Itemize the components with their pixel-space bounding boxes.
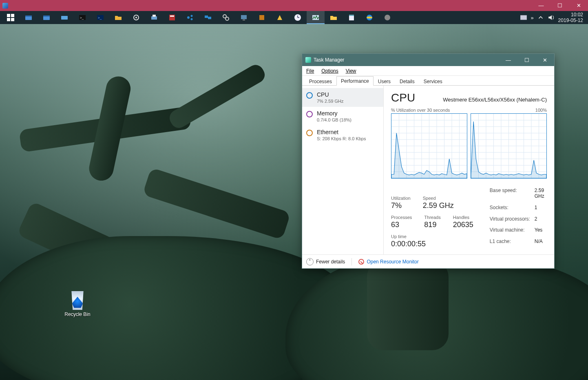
ethernet-ring-icon	[306, 130, 313, 136]
taskbar-task-manager-button[interactable]	[307, 11, 325, 24]
taskbar-services-icon[interactable]	[217, 11, 235, 24]
handles-label: Handles	[453, 215, 473, 220]
start-button[interactable]	[2, 11, 20, 24]
host-close-button[interactable]: ✕	[569, 0, 588, 11]
cpu-properties: Base speed:2.59 GHz Sockets:1 Virtual pr…	[490, 188, 547, 248]
taskbar-notepad-icon[interactable]	[343, 11, 360, 24]
taskbar-app-2[interactable]	[38, 11, 55, 24]
taskbar-clock[interactable]: 10:02 2019-05-12	[558, 12, 583, 23]
l1cache-value: N/A	[535, 239, 547, 248]
svg-rect-5	[25, 15, 32, 17]
host-minimize-button[interactable]: —	[532, 0, 550, 11]
memory-ring-icon	[306, 111, 313, 117]
menu-file[interactable]: File	[306, 68, 314, 74]
svg-rect-26	[241, 15, 247, 19]
taskbar-printer-icon[interactable]	[145, 11, 163, 24]
performance-main: CPU Westmere E56xx/L56xx/X56xx (Nehalem-…	[384, 86, 554, 254]
vproc-label: Virtual processors:	[490, 216, 535, 226]
svg-rect-3	[11, 18, 14, 21]
taskbar-cluster-icon[interactable]	[181, 11, 199, 24]
sidebar-item-memory[interactable]: Memory 0.7/4.0 GB (18%)	[302, 107, 383, 126]
recycle-bin-label: Recycle Bin	[61, 312, 94, 317]
tab-processes[interactable]: Processes	[305, 77, 336, 86]
svg-rect-2	[7, 18, 10, 21]
svg-rect-36	[521, 15, 527, 20]
tab-users[interactable]: Users	[374, 77, 395, 86]
open-resource-monitor-link[interactable]: Open Resource Monitor	[358, 259, 418, 265]
threads-label: Threads	[424, 215, 440, 220]
fewer-details-button[interactable]: ˄ Fewer details	[306, 258, 345, 265]
taskbar-box-icon[interactable]	[253, 11, 271, 24]
taskbar-clock-icon[interactable]	[289, 11, 307, 24]
cpu-heading: CPU	[391, 91, 415, 104]
tm-minimize-button[interactable]: —	[499, 54, 517, 66]
speed-label: Speed	[423, 196, 454, 201]
svg-text:>_: >_	[98, 16, 102, 20]
task-manager-titlebar[interactable]: Task Manager — ☐ ✕	[302, 54, 554, 66]
menu-options[interactable]: Options	[321, 68, 338, 74]
taskbar-misc-icon[interactable]	[378, 11, 396, 24]
sidebar-cpu-sub: 7% 2.59 GHz	[317, 99, 343, 104]
sidebar-item-cpu[interactable]: CPU 7% 2.59 GHz	[302, 88, 383, 107]
taskbar-date: 2019-05-12	[558, 18, 583, 23]
performance-sidebar: CPU 7% 2.59 GHz Memory 0.7/4.0 GB (18%) …	[302, 86, 384, 254]
svg-point-34	[367, 17, 372, 19]
taskbar-tray: » 10:02 2019-05-12	[520, 12, 586, 23]
util-label: Utilization	[391, 196, 411, 201]
sidebar-ethernet-sub: S: 208 Kbps R: 8.0 Kbps	[317, 136, 366, 141]
vmachine-value: Yes	[535, 227, 547, 237]
tab-performance[interactable]: Performance	[336, 76, 374, 86]
menu-view[interactable]: View	[346, 68, 356, 74]
cpu-graph-0	[391, 113, 467, 179]
svg-rect-23	[208, 17, 211, 19]
task-manager-menubar: File Options View	[302, 66, 554, 76]
taskbar-app-1[interactable]	[20, 11, 38, 24]
uptime-value: 0:00:00:55	[391, 240, 473, 248]
base-speed-value: 2.59 GHz	[535, 188, 547, 203]
tab-services[interactable]: Services	[419, 77, 447, 86]
task-manager-body: CPU 7% 2.59 GHz Memory 0.7/4.0 GB (18%) …	[302, 86, 554, 254]
taskbar-powershell-icon[interactable]: >_	[91, 11, 109, 24]
svg-point-20	[191, 15, 193, 17]
task-manager-title: Task Manager	[314, 57, 344, 63]
taskbar-settings-icon[interactable]	[127, 11, 145, 24]
recycle-bin-icon[interactable]: Recycle Bin	[61, 291, 94, 317]
speed-value: 2.59 GHz	[423, 201, 454, 210]
task-manager-window-controls: — ☐ ✕	[499, 54, 554, 66]
taskbar-device-icon[interactable]	[235, 11, 253, 24]
tm-maximize-button[interactable]: ☐	[517, 54, 536, 66]
host-titlebar: — ☐ ✕	[0, 0, 588, 11]
desktop[interactable]: Recycle Bin Task Manager — ☐ ✕ File Opti…	[0, 24, 588, 380]
tray-app-icon[interactable]	[520, 14, 527, 21]
taskbar-cmd-icon[interactable]: >_	[73, 11, 91, 24]
taskbar-ie-icon[interactable]	[360, 11, 378, 24]
handles-value: 20635	[453, 221, 473, 229]
taskbar-explorer-icon[interactable]	[325, 11, 343, 24]
svg-rect-15	[151, 16, 157, 20]
taskbar-cleanup-icon[interactable]	[271, 11, 289, 24]
task-manager-window: Task Manager — ☐ ✕ File Options View Pro…	[302, 53, 555, 269]
svg-point-14	[135, 17, 137, 18]
svg-rect-22	[205, 15, 208, 18]
tm-close-button[interactable]: ✕	[536, 54, 554, 66]
graph-left-label: % Utilization over 30 seconds	[391, 108, 450, 113]
taskbar: >_ >_ » 10:02 2019-05-12	[0, 11, 588, 24]
tray-overflow-button[interactable]: »	[531, 15, 533, 21]
svg-point-19	[187, 16, 190, 19]
taskbar-app-3[interactable]	[55, 11, 73, 24]
tray-chevron-icon[interactable]	[537, 14, 544, 21]
host-maximize-button[interactable]: ☐	[550, 0, 569, 11]
svg-rect-18	[170, 15, 174, 17]
cpu-model: Westmere E56xx/L56xx/X56xx (Nehalem-C)	[443, 97, 547, 103]
sidebar-item-ethernet[interactable]: Ethernet S: 208 Kbps R: 8.0 Kbps	[302, 126, 383, 144]
taskbar-folder-1-icon[interactable]	[109, 11, 127, 24]
base-speed-label: Base speed:	[490, 188, 535, 203]
task-manager-tabs: Processes Performance Users Details Serv…	[302, 76, 554, 86]
tray-volume-icon[interactable]	[548, 14, 555, 21]
cpu-ring-icon	[306, 92, 313, 99]
processes-label: Processes	[391, 215, 412, 220]
svg-rect-7	[43, 15, 50, 17]
taskbar-registry-icon[interactable]	[163, 11, 181, 24]
taskbar-monitors-icon[interactable]	[199, 11, 217, 24]
tab-details[interactable]: Details	[395, 77, 419, 86]
